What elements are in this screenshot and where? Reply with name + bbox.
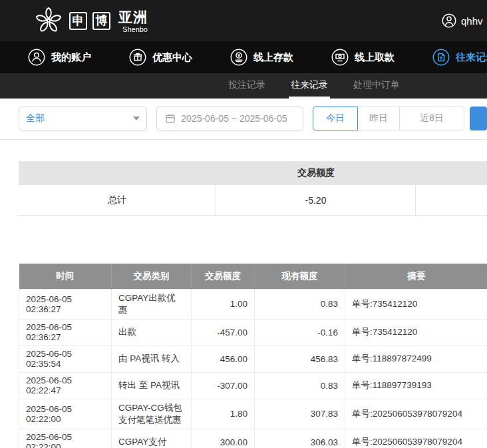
summary-empty-cell — [416, 185, 487, 215]
column-header-time: 时间 — [19, 264, 112, 289]
withdraw-icon — [331, 49, 349, 66]
nav-label: 优惠中心 — [152, 51, 192, 64]
cell-time: 2025-06-05 02:22:47 — [19, 372, 112, 399]
cell-balance: 306.03 — [255, 429, 345, 448]
cell-time: 2025-06-05 02:35:54 — [19, 345, 112, 372]
column-header-summary: 摘要 — [345, 264, 487, 289]
transaction-records-icon — [432, 49, 450, 66]
top-header: 申 博 亚洲 Shenbo qhhv — [0, 0, 487, 41]
cell-type: 出款 — [112, 319, 192, 345]
cell-type: CGPAY-CG钱包支付笔笔送优惠 — [112, 399, 192, 429]
date-range-picker[interactable]: 2025-06-05 ~ 2025-06-05 — [156, 107, 303, 130]
user-account[interactable]: qhhv — [442, 0, 483, 41]
cell-amount: 1.80 — [192, 399, 255, 429]
cell-balance: 0.83 — [255, 372, 345, 399]
table-row: 2025-06-05 02:35:54由 PA视讯 转入456.00456.83… — [19, 345, 487, 372]
user-icon — [442, 13, 456, 28]
cell-balance: 307.83 — [255, 399, 345, 429]
search-button[interactable] — [470, 107, 487, 130]
cell-type: 由 PA视讯 转入 — [112, 345, 192, 372]
cell-balance: 0.83 — [255, 289, 345, 319]
nav-item-transaction-records[interactable]: 往来记录 — [432, 49, 487, 66]
cell-amount: -457.00 — [192, 319, 255, 345]
cell-amount: 1.00 — [192, 289, 255, 319]
main-navigation: 我的账户 优惠中心 线上存款 — [0, 41, 487, 73]
table-row: 2025-06-05 02:36:27CGPAY出款优惠1.000.83单号:7… — [19, 289, 487, 319]
summary-total-value: -5.20 — [216, 185, 416, 215]
column-header-type: 交易类别 — [112, 264, 192, 289]
yesterday-button[interactable]: 昨日 — [357, 107, 400, 130]
nav-label: 我的账户 — [51, 51, 91, 64]
tab-betting-records[interactable]: 投注记录 — [226, 73, 267, 99]
logo-subtitle: Shenbo — [118, 25, 148, 33]
cell-summary: 单号:735412120 — [345, 289, 487, 319]
cell-balance: -0.16 — [255, 319, 345, 345]
logo-region: 亚洲 Shenbo — [118, 8, 148, 33]
sub-navigation: 投注记录 往来记录 处理中订单 — [0, 73, 487, 99]
column-header-amount: 交易额度 — [192, 264, 255, 289]
table-row: 2025-06-05 02:22:47转出 至 PA视讯-307.000.83单… — [19, 372, 487, 399]
summary-total-label: 总计 — [19, 185, 216, 215]
nav-item-deposit[interactable]: 线上存款 — [230, 49, 293, 66]
tab-processing-orders[interactable]: 处理中订单 — [351, 73, 402, 99]
date-range-value: 2025-06-05 ~ 2025-06-05 — [181, 113, 287, 124]
column-header-balance: 现有额度 — [255, 264, 345, 289]
deposit-icon — [230, 49, 247, 66]
category-dropdown[interactable]: 全部 — [19, 107, 147, 130]
logo-char-shen: 申 — [69, 12, 87, 30]
brand-logo[interactable]: 申 博 亚洲 Shenbo — [33, 5, 148, 36]
nav-item-my-account[interactable]: 我的账户 — [28, 49, 91, 66]
cell-summary: 单号:735412120 — [345, 319, 487, 345]
summary-total-row: 总计 -5.20 — [19, 185, 487, 216]
logo-region-name: 亚洲 — [118, 8, 148, 27]
cell-amount: -307.00 — [192, 372, 255, 399]
cell-summary: 单号:118897739193 — [345, 372, 487, 399]
cell-time: 2025-06-05 02:36:27 — [19, 319, 112, 345]
calendar-icon — [165, 113, 176, 124]
table-row: 2025-06-05 02:22:00CGPAY支付300.00306.03单号… — [19, 429, 487, 448]
nav-label: 线上取款 — [355, 51, 395, 64]
cell-summary: 单号:202506053978079204 — [345, 429, 487, 448]
cell-time: 2025-06-05 02:22:00 — [19, 429, 112, 448]
summary-table: 交易额度 总计 -5.20 — [19, 161, 487, 216]
account-icon — [28, 49, 45, 66]
cell-balance: 456.83 — [255, 345, 345, 372]
today-button[interactable]: 今日 — [313, 107, 358, 130]
chevron-down-icon — [133, 116, 140, 120]
summary-header-row: 交易额度 — [19, 161, 487, 185]
table-row: 2025-06-05 02:22:00CGPAY-CG钱包支付笔笔送优惠1.80… — [19, 399, 487, 429]
summary-amount-header: 交易额度 — [216, 161, 416, 185]
quick-date-buttons: 今日 昨日 近8日 — [313, 107, 464, 130]
records-body: 2025-06-05 02:36:27CGPAY出款优惠1.000.83单号:7… — [19, 289, 487, 448]
table-row: 2025-06-05 02:36:27出款-457.00-0.16单号:7354… — [19, 319, 487, 345]
cell-amount: 300.00 — [192, 429, 255, 448]
records-table: 时间 交易类别 交易额度 现有额度 摘要 2025-06-05 02:36:27… — [19, 264, 487, 448]
cell-type: CGPAY支付 — [112, 429, 192, 448]
cell-type: CGPAY出款优惠 — [112, 289, 192, 319]
summary-header-spacer — [416, 161, 487, 185]
nav-label: 往来记录 — [456, 51, 487, 64]
cell-summary: 单号:118897872499 — [345, 345, 487, 372]
nav-item-withdraw[interactable]: 线上取款 — [331, 49, 395, 66]
nav-label: 线上存款 — [253, 51, 293, 64]
summary-header-spacer — [19, 161, 216, 185]
sakura-flower-icon — [33, 5, 64, 36]
cell-time: 2025-06-05 02:22:00 — [19, 399, 112, 429]
last-8-days-button[interactable]: 近8日 — [399, 107, 464, 130]
tab-transaction-records[interactable]: 往来记录 — [289, 73, 330, 99]
filter-bar: 全部 2025-06-05 ~ 2025-06-05 今日 昨日 近8日 — [0, 99, 487, 140]
promo-gift-icon — [129, 49, 146, 66]
cell-type: 转出 至 PA视讯 — [112, 372, 192, 399]
cell-amount: 456.00 — [192, 345, 255, 372]
records-header-row: 时间 交易类别 交易额度 现有额度 摘要 — [19, 264, 487, 289]
username: qhhv — [461, 15, 483, 27]
logo-char-bo: 博 — [92, 12, 110, 30]
cell-summary: 单号:202506053978079204 — [345, 399, 487, 429]
cell-time: 2025-06-05 02:36:27 — [19, 289, 112, 319]
nav-item-promotions[interactable]: 优惠中心 — [129, 49, 192, 66]
category-dropdown-value: 全部 — [26, 112, 133, 124]
